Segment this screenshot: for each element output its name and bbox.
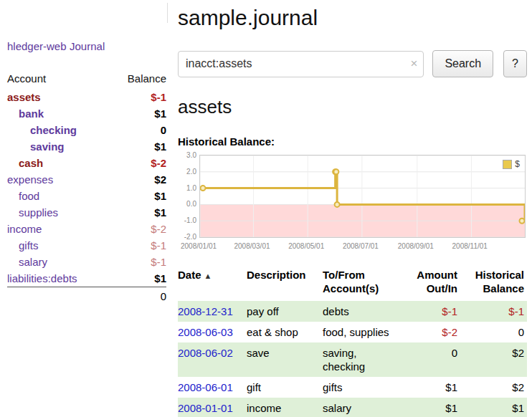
- chart-section-label: Historical Balance:: [178, 135, 527, 148]
- amount-cell: $1: [399, 377, 460, 398]
- amount-cell: $-1: [399, 301, 460, 322]
- accounts-total-row: 0: [7, 287, 166, 305]
- account-balance: $1: [115, 138, 166, 155]
- account-page-title: assets: [178, 96, 527, 118]
- balance-cell: $1: [460, 398, 527, 417]
- balance-chart: $ 3.02.01.00.0-1.0-2.02008/01/012008/03/…: [178, 152, 527, 255]
- accounts-cell: saving, checking: [323, 342, 399, 377]
- sidebar-item-journal[interactable]: Journal: [70, 40, 105, 52]
- account-link[interactable]: supplies: [19, 206, 58, 219]
- account-balance: $1: [115, 188, 166, 204]
- balance-cell: $-1: [460, 301, 527, 322]
- x-axis-label: 2008/11/01: [452, 242, 488, 250]
- balance-column-header-main: Historical Balance: [460, 267, 527, 301]
- accounts-header-row: Account Balance: [7, 70, 166, 89]
- balance-cell: 0: [460, 322, 527, 342]
- account-row: income$-2: [7, 221, 166, 237]
- y-axis-label: 3.0: [178, 151, 196, 159]
- account-link[interactable]: liabilities:debts: [7, 272, 77, 284]
- total-spacer: [7, 287, 115, 305]
- y-axis-label: 0.0: [178, 200, 196, 208]
- date-column-header[interactable]: Date▲: [178, 267, 247, 301]
- description-cell: income: [247, 398, 323, 417]
- chart-legend: $: [500, 158, 522, 170]
- account-row: food$1: [7, 188, 166, 204]
- balance-column-header: Balance: [115, 70, 166, 89]
- clear-search-icon[interactable]: ×: [410, 57, 417, 71]
- register-row: 2008-06-02savesaving, checking0$2: [178, 342, 527, 377]
- account-balance: $1: [115, 204, 166, 221]
- legend-label: $: [515, 159, 520, 169]
- accounts-cell: salary: [323, 398, 399, 417]
- account-row: saving$1: [7, 138, 166, 155]
- account-row: cash$-2: [7, 155, 166, 171]
- balance-cell: $2: [460, 377, 527, 398]
- account-link[interactable]: expenses: [7, 173, 53, 186]
- account-link[interactable]: assets: [7, 91, 41, 103]
- account-column-header: Account: [7, 70, 115, 89]
- register-row: 2008-06-01giftgifts$1$2: [178, 377, 527, 398]
- legend-swatch-icon: [503, 160, 512, 169]
- date-header-label: Date: [178, 269, 201, 281]
- sidebar: hledger-web Journal Account Balance asse…: [0, 0, 172, 305]
- x-axis-label: 2008/05/01: [288, 242, 324, 250]
- description-cell: eat & shop: [247, 322, 323, 342]
- page-title: sample.journal: [178, 6, 527, 30]
- register-table: Date▲ Description To/From Account(s) Amo…: [178, 267, 527, 417]
- account-link[interactable]: food: [19, 190, 39, 202]
- accounts-column-header: To/From Account(s): [323, 267, 399, 301]
- y-axis-label: 1.0: [178, 184, 196, 192]
- search-button[interactable]: Search: [432, 50, 493, 77]
- account-balance: $-1: [115, 254, 166, 270]
- sort-ascending-icon: ▲: [204, 272, 212, 280]
- total-balance: 0: [115, 287, 166, 305]
- account-balance: $1: [115, 270, 166, 287]
- help-button[interactable]: ?: [503, 50, 527, 77]
- account-row: bank$1: [7, 105, 166, 122]
- register-row: 2008-01-01incomesalary$1$1: [178, 398, 527, 417]
- accounts-cell: gifts: [323, 377, 399, 398]
- brand-link[interactable]: hledger-web: [7, 40, 67, 52]
- balance-cell: $2: [460, 342, 527, 377]
- date-link[interactable]: 2008-01-01: [178, 402, 233, 414]
- account-balance: $-2: [115, 155, 166, 171]
- account-link[interactable]: gifts: [19, 239, 39, 251]
- account-link[interactable]: checking: [30, 124, 77, 136]
- description-cell: save: [247, 342, 323, 377]
- x-axis-label: 2008/03/01: [234, 242, 270, 250]
- y-axis-label: 2.0: [178, 168, 196, 176]
- date-link[interactable]: 2008-06-02: [178, 347, 233, 359]
- account-link[interactable]: salary: [19, 256, 47, 268]
- accounts-cell: food, supplies: [323, 322, 399, 342]
- date-link[interactable]: 2008-06-03: [178, 326, 233, 338]
- y-axis-label: -2.0: [178, 233, 196, 241]
- amount-column-header: Amount Out/In: [399, 267, 460, 301]
- search-input[interactable]: [178, 51, 424, 77]
- description-cell: gift: [247, 377, 323, 398]
- date-link[interactable]: 2008-12-31: [178, 305, 233, 317]
- account-link[interactable]: cash: [19, 157, 43, 169]
- x-axis-label: 2008/09/01: [398, 242, 434, 250]
- amount-cell: 0: [399, 342, 460, 377]
- account-link[interactable]: income: [7, 223, 42, 235]
- chart-plot: $: [199, 155, 526, 238]
- search-box: ×: [178, 51, 424, 77]
- date-link[interactable]: 2008-06-01: [178, 381, 233, 393]
- amount-cell: $-2: [399, 322, 460, 342]
- account-link[interactable]: saving: [30, 140, 65, 153]
- account-row: salary$-1: [7, 254, 166, 270]
- account-row: assets$-1: [7, 89, 166, 105]
- accounts-table: Account Balance assets$-1bank$1checking0…: [7, 70, 166, 305]
- account-balance: $-1: [115, 237, 166, 254]
- account-balance: 0: [115, 122, 166, 138]
- main-content: sample.journal × Search ? assets Histori…: [178, 0, 527, 417]
- accounts-table-body: assets$-1bank$1checking0saving$1cash$-2e…: [7, 89, 166, 305]
- account-link[interactable]: bank: [19, 107, 44, 120]
- x-axis-label: 2008/01/01: [181, 242, 217, 250]
- account-row: supplies$1: [7, 204, 166, 221]
- description-column-header: Description: [247, 267, 323, 301]
- account-row: expenses$2: [7, 171, 166, 188]
- account-balance: $2: [115, 171, 166, 188]
- amount-cell: $1: [399, 398, 460, 417]
- x-axis-label: 2008/07/01: [343, 242, 379, 250]
